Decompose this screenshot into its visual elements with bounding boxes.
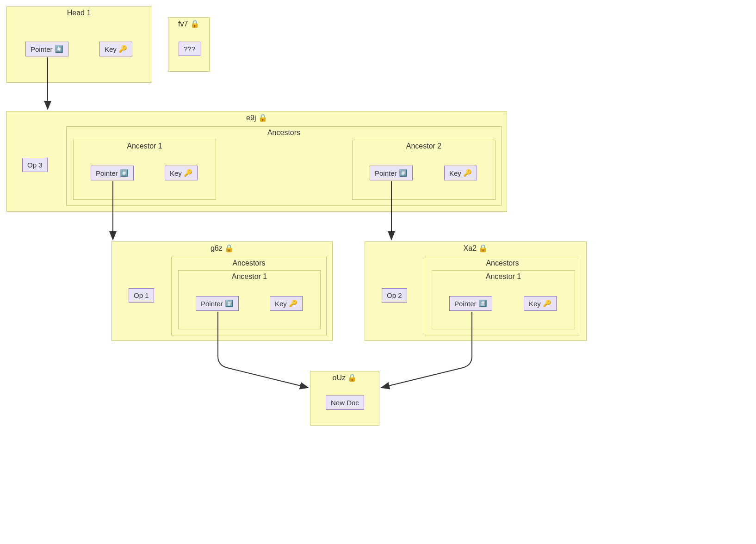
- g6z-ancestor1-container: Ancestor 1 Pointer #️⃣ Key 🔑: [178, 270, 321, 329]
- g6z-container: g6z 🔒 Op 1 Ancestors Ancestor 1 Pointer …: [112, 241, 333, 341]
- ouz-container: oUz 🔒 New Doc: [310, 371, 379, 426]
- xa2-ancestors-container: Ancestors Ancestor 1 Pointer #️⃣ Key 🔑: [425, 257, 580, 335]
- e9j-title-text: e9j: [246, 114, 256, 122]
- key-label: Key: [105, 45, 117, 53]
- pointer-label: Pointer: [375, 169, 397, 177]
- ouz-content: New Doc: [331, 399, 359, 407]
- lock-icon: 🔒: [347, 373, 357, 382]
- hash-icon: #️⃣: [225, 299, 234, 308]
- e9j-ancestor2-container: Ancestor 2 Pointer #️⃣ Key 🔑: [352, 140, 496, 200]
- hash-icon: #️⃣: [478, 299, 487, 308]
- key-icon: 🔑: [118, 45, 127, 53]
- pointer-label: Pointer: [31, 45, 53, 53]
- xa2-op: Op 2: [387, 291, 402, 299]
- key-icon: 🔑: [543, 299, 552, 308]
- e9j-container: e9j 🔒 Op 3 Ancestors Ancestor 1 Pointer …: [6, 111, 507, 212]
- xa2-container: Xa2 🔒 Op 2 Ancestors Ancestor 1 Pointer …: [365, 241, 587, 341]
- g6z-ancestors-container: Ancestors Ancestor 1 Pointer #️⃣ Key 🔑: [171, 257, 327, 335]
- g6z-title-text: g6z: [211, 244, 223, 252]
- pointer-label: Pointer: [201, 300, 223, 308]
- head1-title: Head 1: [7, 7, 151, 21]
- key-label: Key: [449, 169, 461, 177]
- e9j-ancestor1-container: Ancestor 1 Pointer #️⃣ Key 🔑: [73, 140, 216, 200]
- e9j-ancestors-container: Ancestors Ancestor 1 Pointer #️⃣ Key 🔑 A…: [66, 126, 502, 206]
- xa2-ancestors-title: Ancestors: [425, 257, 580, 271]
- pointer-label: Pointer: [454, 300, 477, 308]
- e9j-title: e9j 🔒: [7, 111, 507, 126]
- fv7-container: fv7 🔒 ???: [168, 17, 210, 72]
- key-icon: 🔑: [184, 169, 192, 177]
- e9j-op: Op 3: [27, 161, 43, 169]
- hash-icon: #️⃣: [120, 169, 129, 177]
- fv7-title-text: fv7: [178, 20, 188, 28]
- hash-icon: #️⃣: [55, 45, 63, 53]
- head1-container: Head 1 Pointer #️⃣ Key 🔑: [6, 6, 151, 83]
- key-label: Key: [170, 169, 182, 177]
- e9j-ancestor1-key-node: Key 🔑: [165, 166, 198, 180]
- key-label: Key: [529, 300, 541, 308]
- key-label: Key: [275, 300, 287, 308]
- xa2-ancestor1-title: Ancestor 1: [432, 271, 575, 284]
- g6z-title: g6z 🔒: [112, 242, 332, 256]
- lock-icon: 🔒: [258, 113, 267, 122]
- fv7-content-node: ???: [179, 42, 200, 56]
- e9j-op-node: Op 3: [22, 158, 48, 172]
- head1-pointer-node: Pointer #️⃣: [25, 42, 68, 56]
- e9j-ancestor2-title: Ancestor 2: [353, 140, 495, 154]
- e9j-ancestor2-key-node: Key 🔑: [444, 166, 477, 180]
- xa2-title-text: Xa2: [464, 244, 477, 252]
- fv7-title: fv7 🔒: [168, 18, 209, 32]
- e9j-ancestor1-title: Ancestor 1: [74, 140, 216, 154]
- ouz-title-text: oUz: [333, 374, 346, 382]
- e9j-ancestor2-pointer-node: Pointer #️⃣: [370, 166, 413, 180]
- e9j-ancestors-title: Ancestors: [67, 127, 501, 141]
- hash-icon: #️⃣: [399, 169, 408, 177]
- g6z-ancestors-title: Ancestors: [172, 257, 326, 271]
- xa2-title: Xa2 🔒: [365, 242, 586, 256]
- key-icon: 🔑: [289, 299, 297, 308]
- head1-key-node: Key 🔑: [99, 42, 132, 56]
- fv7-content: ???: [184, 45, 195, 53]
- g6z-op-node: Op 1: [129, 288, 154, 303]
- g6z-ancestor1-key-node: Key 🔑: [270, 296, 303, 311]
- key-icon: 🔑: [463, 169, 472, 177]
- e9j-ancestor1-pointer-node: Pointer #️⃣: [91, 166, 134, 180]
- lock-icon: 🔒: [190, 19, 199, 28]
- g6z-ancestor1-pointer-node: Pointer #️⃣: [196, 296, 239, 311]
- g6z-ancestor1-title: Ancestor 1: [179, 271, 320, 284]
- ouz-content-node: New Doc: [326, 396, 364, 410]
- g6z-op: Op 1: [134, 291, 149, 299]
- xa2-ancestor1-key-node: Key 🔑: [524, 296, 557, 311]
- xa2-ancestor1-container: Ancestor 1 Pointer #️⃣ Key 🔑: [432, 270, 575, 329]
- lock-icon: 🔒: [478, 244, 488, 253]
- lock-icon: 🔒: [224, 244, 234, 253]
- xa2-op-node: Op 2: [382, 288, 407, 303]
- xa2-ancestor1-pointer-node: Pointer #️⃣: [449, 296, 492, 311]
- pointer-label: Pointer: [96, 169, 118, 177]
- ouz-title: oUz 🔒: [310, 371, 379, 386]
